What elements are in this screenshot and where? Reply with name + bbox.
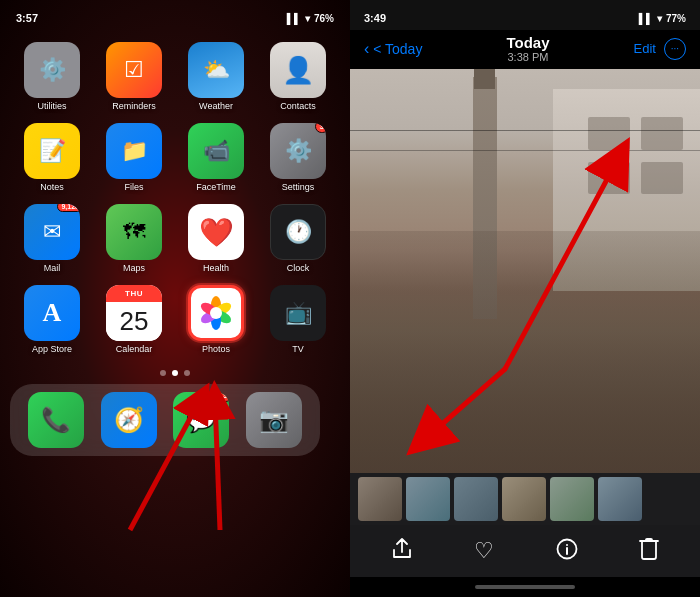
app-maps[interactable]: 🗺 Maps bbox=[98, 204, 170, 273]
svg-point-16 bbox=[566, 544, 568, 546]
app-icon-files: 📁 bbox=[106, 123, 162, 179]
thumbnail-6[interactable] bbox=[598, 477, 642, 521]
app-photos[interactable]: Photos bbox=[180, 285, 252, 354]
bottom-toolbar: ♡ bbox=[350, 525, 700, 577]
app-grid-row1: ⚙️ Utilities ☑ Reminders ⛅ Weather 👤 bbox=[10, 38, 340, 115]
dock: 📞 🧭 💬 213 📷 bbox=[10, 384, 320, 456]
app-appstore[interactable]: A App Store bbox=[16, 285, 88, 354]
app-files[interactable]: 📁 Files bbox=[98, 123, 170, 192]
wifi-icon: ▾ bbox=[305, 13, 310, 24]
info-button[interactable] bbox=[550, 532, 584, 571]
thumbnail-5[interactable] bbox=[550, 477, 594, 521]
app-reminders[interactable]: ☑ Reminders bbox=[98, 42, 170, 111]
mail-badge: 9,128 bbox=[57, 204, 80, 212]
nav-title-group: Today 3:38 PM bbox=[506, 34, 549, 63]
time-left: 3:57 bbox=[16, 12, 38, 24]
app-appletv[interactable]: 📺 TV bbox=[262, 285, 334, 354]
app-grid-row4: A App Store THU 25 Calendar bbox=[10, 281, 340, 358]
dock-icon-messages: 💬 213 bbox=[173, 392, 229, 448]
share-button[interactable] bbox=[385, 532, 419, 571]
thumbnail-strip[interactable] bbox=[350, 473, 700, 525]
heart-button[interactable]: ♡ bbox=[468, 532, 500, 570]
dock-phone[interactable]: 📞 bbox=[28, 392, 84, 448]
page-dots bbox=[10, 370, 340, 376]
app-icon-mail: ✉ 9,128 bbox=[24, 204, 80, 260]
signal-right-icon: ▌▌ bbox=[639, 13, 653, 24]
app-calendar[interactable]: THU 25 Calendar bbox=[98, 285, 170, 354]
home-bar bbox=[475, 585, 575, 589]
app-icon-weather: ⛅ bbox=[188, 42, 244, 98]
app-icon-clock: 🕐 bbox=[270, 204, 326, 260]
status-bar-right: 3:49 ▌▌ ▾ 77% bbox=[350, 0, 700, 30]
thumbnail-3[interactable] bbox=[454, 477, 498, 521]
dock-icon-camera: 📷 bbox=[246, 392, 302, 448]
dock-icon-safari: 🧭 bbox=[101, 392, 157, 448]
app-notes[interactable]: 📝 Notes bbox=[16, 123, 88, 192]
signal-icon: ▌▌ bbox=[287, 13, 301, 24]
photo-container[interactable] bbox=[350, 69, 700, 473]
app-icon-contacts: 👤 bbox=[270, 42, 326, 98]
thumbnail-4[interactable] bbox=[502, 477, 546, 521]
app-icon-settings: ⚙️ 3 bbox=[270, 123, 326, 179]
app-icon-appstore: A bbox=[24, 285, 80, 341]
nav-title: Today bbox=[506, 34, 549, 51]
app-contacts[interactable]: 👤 Contacts bbox=[262, 42, 334, 111]
app-grid-row2: 📝 Notes 📁 Files 📹 FaceTime ⚙️ 3 bbox=[10, 119, 340, 196]
app-icon-photos bbox=[188, 285, 244, 341]
delete-button[interactable] bbox=[633, 532, 665, 571]
dot-1 bbox=[160, 370, 166, 376]
edit-button[interactable]: Edit bbox=[634, 41, 656, 56]
dock-safari[interactable]: 🧭 bbox=[101, 392, 157, 448]
settings-badge: 3 bbox=[315, 123, 326, 133]
app-icon-notes: 📝 bbox=[24, 123, 80, 179]
dock-icon-phone: 📞 bbox=[28, 392, 84, 448]
main-photo bbox=[350, 69, 700, 473]
home-indicator bbox=[350, 577, 700, 597]
dock-messages[interactable]: 💬 213 bbox=[173, 392, 229, 448]
app-settings[interactable]: ⚙️ 3 Settings bbox=[262, 123, 334, 192]
svg-point-6 bbox=[210, 307, 222, 319]
app-weather[interactable]: ⛅ Weather bbox=[180, 42, 252, 111]
app-icon-appletv: 📺 bbox=[270, 285, 326, 341]
dot-3 bbox=[184, 370, 190, 376]
app-utilities[interactable]: ⚙️ Utilities bbox=[16, 42, 88, 111]
app-facetime[interactable]: 📹 FaceTime bbox=[180, 123, 252, 192]
more-button[interactable]: ··· bbox=[664, 38, 686, 60]
nav-actions: Edit ··· bbox=[634, 38, 686, 60]
app-health[interactable]: ❤️ Health bbox=[180, 204, 252, 273]
status-bar-left: 3:57 ▌▌ ▾ 76% bbox=[0, 0, 350, 30]
left-phone: 3:57 ▌▌ ▾ 76% ⚙️ Utilities ☑ Reminders bbox=[0, 0, 350, 597]
dot-2 bbox=[172, 370, 178, 376]
wifi-right-icon: ▾ bbox=[657, 13, 662, 24]
home-screen: ⚙️ Utilities ☑ Reminders ⛅ Weather 👤 bbox=[0, 30, 350, 597]
battery-left: 76% bbox=[314, 13, 334, 24]
app-icon-maps: 🗺 bbox=[106, 204, 162, 260]
app-grid-row3: ✉ 9,128 Mail 🗺 Maps ❤️ Health 🕐 bbox=[10, 200, 340, 277]
status-icons-right: ▌▌ ▾ 77% bbox=[639, 13, 686, 24]
app-clock[interactable]: 🕐 Clock bbox=[262, 204, 334, 273]
app-icon-calendar: THU 25 bbox=[106, 285, 162, 341]
time-right: 3:49 bbox=[364, 12, 386, 24]
status-icons-left: ▌▌ ▾ 76% bbox=[287, 13, 334, 24]
thumbnail-2[interactable] bbox=[406, 477, 450, 521]
app-icon-utilities: ⚙️ bbox=[24, 42, 80, 98]
app-icon-health: ❤️ bbox=[188, 204, 244, 260]
battery-right: 77% bbox=[666, 13, 686, 24]
messages-badge: 213 bbox=[209, 392, 229, 402]
nav-subtitle: 3:38 PM bbox=[506, 51, 549, 63]
back-button[interactable]: ‹ < Today bbox=[364, 40, 422, 58]
thumbnail-1[interactable] bbox=[358, 477, 402, 521]
nav-bar: ‹ < Today Today 3:38 PM Edit ··· bbox=[350, 30, 700, 69]
right-phone: 3:49 ▌▌ ▾ 77% ‹ < Today Today 3:38 PM Ed… bbox=[350, 0, 700, 597]
app-icon-reminders: ☑ bbox=[106, 42, 162, 98]
app-icon-facetime: 📹 bbox=[188, 123, 244, 179]
dock-camera[interactable]: 📷 bbox=[246, 392, 302, 448]
app-mail[interactable]: ✉ 9,128 Mail bbox=[16, 204, 88, 273]
